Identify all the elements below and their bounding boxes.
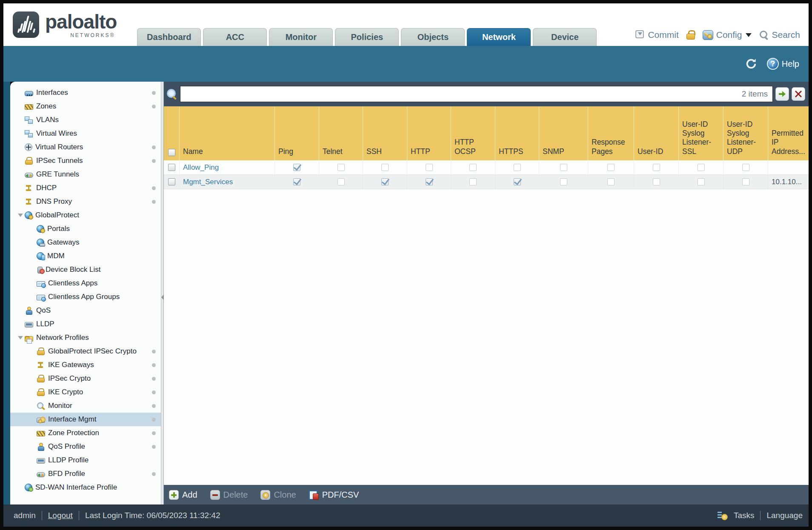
expander-icon[interactable] (16, 336, 25, 339)
sidebar-item-ike-crypto[interactable]: IKE Crypto (10, 385, 161, 399)
sidebar-item-gre-tunnels[interactable]: GRE Tunnels (10, 168, 161, 181)
config-menu-button[interactable]: Config (703, 30, 752, 40)
portals-icon (37, 225, 44, 233)
sidebar-item-network-profiles[interactable]: Network Profiles (10, 331, 161, 345)
column-header-name[interactable]: Name (180, 106, 275, 160)
sidebar-item-zones[interactable]: Zones (10, 100, 161, 113)
sidebar-item-lldp[interactable]: LLDP (10, 317, 161, 331)
nav-tabs: DashboardACCMonitorPoliciesObjectsNetwor… (137, 28, 597, 46)
sidebar-item-ike-gateways[interactable]: IKE Gateways (10, 358, 161, 372)
expander-icon[interactable] (16, 214, 25, 217)
language-button[interactable]: Language (766, 511, 803, 520)
cell-snmp (539, 175, 588, 189)
sidebar-item-zone-protection[interactable]: Zone Protection (10, 426, 161, 440)
clear-filter-button[interactable] (792, 87, 805, 101)
sidebar-item-label: Virtual Wires (36, 129, 88, 138)
column-header-user-id[interactable]: User-ID (634, 106, 679, 160)
tasks-button[interactable]: Tasks (734, 511, 755, 520)
app-window: paloalto NETWORKS® DashboardACCMonitorPo… (0, 0, 812, 530)
item-dot-indicator (152, 145, 156, 149)
column-header-snmp[interactable]: SNMP (539, 106, 588, 160)
column-header-telnet[interactable]: Telnet (319, 106, 363, 160)
refresh-button[interactable] (745, 57, 758, 70)
sidebar-splitter[interactable] (161, 82, 164, 504)
sidebar-item-ipsec-crypto[interactable]: IPSec Crypto (10, 372, 161, 385)
tab-acc[interactable]: ACC (203, 28, 267, 46)
sidebar-item-interface-mgmt[interactable]: Interface Mgmt (10, 413, 161, 426)
item-dot-indicator (152, 105, 156, 108)
sidebar-item-label: Gateways (47, 238, 91, 247)
sidebar-item-vlans[interactable]: VLANs (10, 113, 161, 127)
sidebar-item-device-block-list[interactable]: Device Block List (10, 263, 161, 276)
sidebar-item-virtual-wires[interactable]: Virtual Wires (10, 127, 161, 140)
tab-policies[interactable]: Policies (335, 28, 399, 46)
item-dot-indicator (152, 159, 156, 163)
item-dot-indicator (152, 418, 156, 422)
tab-device[interactable]: Device (533, 28, 597, 46)
cell-user-id-syslog-listener-ssl (679, 175, 723, 189)
row-select-checkbox[interactable] (168, 164, 175, 171)
sidebar-item-portals[interactable]: Portals (10, 222, 161, 236)
sidebar-item-interfaces[interactable]: Interfaces (10, 86, 161, 100)
ike-crypto-icon (37, 388, 45, 396)
commit-button[interactable]: Commit (635, 30, 678, 40)
sidebar-item-clientless-app-groups[interactable]: Clientless App Groups (10, 290, 161, 304)
sidebar-item-mdm[interactable]: MDM (10, 249, 161, 263)
sidebar-item-dns-proxy[interactable]: DNS Proxy (10, 195, 161, 208)
tab-dashboard[interactable]: Dashboard (137, 28, 201, 46)
select-all-checkbox[interactable] (168, 149, 175, 156)
sidebar-item-globalprotect-ipsec-crypto[interactable]: GlobalProtect IPSec Crypto (10, 345, 161, 358)
table-header-row: NamePingTelnetSSHHTTPHTTP OCSPHTTPSSNMPR… (164, 106, 809, 160)
column-header-permitted-ip-address[interactable]: Permitted IP Address... (768, 106, 809, 160)
sidebar-item-clientless-apps[interactable]: Clientless Apps (10, 276, 161, 290)
profile-name-link[interactable]: Mgmt_Services (183, 178, 233, 186)
network-profiles-icon (25, 336, 33, 342)
add-button[interactable]: Add (169, 490, 197, 500)
sidebar-item-lldp-profile[interactable]: LLDP Profile (10, 453, 161, 467)
column-header-user-id-syslog-listener-udp[interactable]: User-ID Syslog Listener-UDP (723, 106, 768, 160)
logout-link[interactable]: Logout (48, 511, 73, 520)
column-header-ssh[interactable]: SSH (363, 106, 407, 160)
tab-objects[interactable]: Objects (401, 28, 465, 46)
sidebar-item-label: IPSec Tunnels (36, 157, 94, 165)
sidebar-item-dhcp[interactable]: DHCP (10, 181, 161, 195)
help-button[interactable]: ? Help (767, 58, 799, 70)
item-dot-indicator (152, 390, 156, 394)
cell-ping (275, 160, 319, 174)
sidebar-item-gateways[interactable]: Gateways (10, 236, 161, 249)
pdf-csv-button[interactable]: PDF/CSV (309, 490, 359, 500)
cell-user-id-syslog-listener-udp (723, 175, 768, 189)
sidebar-item-globalprotect[interactable]: GlobalProtect (10, 208, 161, 222)
service-checkbox-snmp-unchecked (560, 178, 567, 185)
column-header-http[interactable]: HTTP (407, 106, 451, 160)
collapse-sidebar-icon[interactable] (161, 294, 164, 300)
sidebar-item-ipsec-tunnels[interactable]: IPSec Tunnels (10, 154, 161, 168)
ipsec-crypto-icon (37, 375, 45, 382)
sidebar-item-virtual-routers[interactable]: Virtual Routers (10, 140, 161, 154)
cell-http (407, 175, 451, 189)
apply-filter-button[interactable] (775, 87, 789, 101)
lldp-profile-icon (37, 458, 45, 464)
sidebar-item-qos[interactable]: QoS (10, 304, 161, 317)
column-header-response-pages[interactable]: Response Pages (588, 106, 634, 160)
row-select-checkbox[interactable] (168, 178, 175, 185)
cell-ping (275, 175, 319, 189)
search-button[interactable]: Search (759, 30, 800, 40)
sidebar-item-monitor[interactable]: Monitor (10, 399, 161, 413)
sidebar-item-qos-profile[interactable]: QoS Profile (10, 440, 161, 453)
tab-monitor[interactable]: Monitor (269, 28, 333, 46)
paloalto-logo: paloalto NETWORKS® (3, 3, 117, 46)
filter-input[interactable] (180, 86, 773, 102)
column-header-http-ocsp[interactable]: HTTP OCSP (451, 106, 495, 160)
profile-name-link[interactable]: Allow_Ping (183, 163, 219, 172)
filter-search-icon[interactable] (166, 88, 177, 100)
column-header-https[interactable]: HTTPS (495, 106, 539, 160)
tasks-icon (718, 511, 728, 520)
column-header-user-id-syslog-listener-ssl[interactable]: User-ID Syslog Listener-SSL (679, 106, 723, 160)
lock-icon[interactable] (686, 30, 695, 40)
column-header-ping[interactable]: Ping (275, 106, 319, 160)
sidebar-item-sd-wan-interface-profile[interactable]: SD-WAN Interface Profile (10, 481, 161, 494)
tab-network[interactable]: Network (467, 28, 531, 46)
sidebar-item-label: Clientless App Groups (48, 293, 131, 301)
sidebar-item-bfd-profile[interactable]: BFD Profile (10, 467, 161, 481)
